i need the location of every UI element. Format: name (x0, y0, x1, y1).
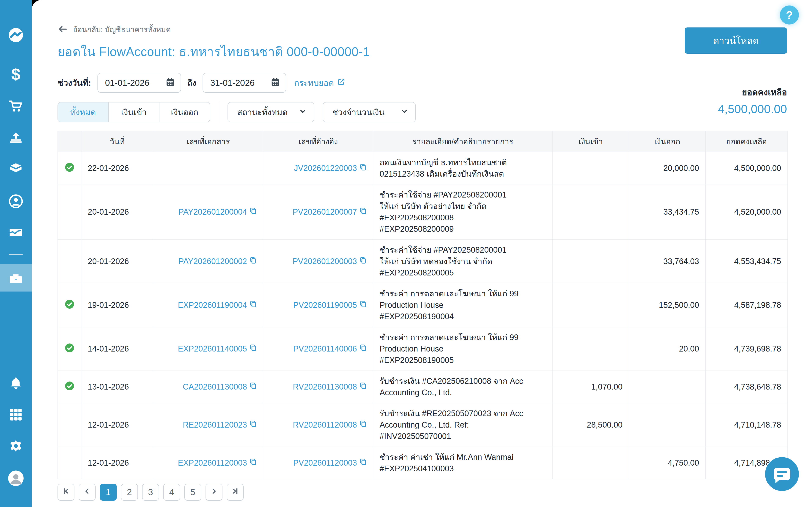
copy-icon[interactable] (359, 207, 367, 217)
copy-icon[interactable] (359, 458, 367, 468)
reconciled-status-cell (58, 327, 82, 371)
copy-icon[interactable] (250, 300, 257, 310)
sidebar-item-sell[interactable]: $ (11, 66, 20, 82)
sidebar-item-money-out[interactable] (8, 130, 24, 147)
copy-icon[interactable] (359, 257, 367, 266)
reference-no-link[interactable]: PV202601190005 (293, 300, 357, 310)
reconcile-link-label: กระทบยอด (294, 76, 334, 89)
money-in-cell (553, 184, 629, 239)
reference-no-link[interactable]: PV202601200007 (293, 208, 357, 217)
money-out-cell (629, 403, 706, 447)
sidebar-item-buy[interactable] (8, 99, 24, 115)
reconciled-status-cell (58, 283, 82, 327)
page-number-button-1[interactable]: 1 (100, 484, 117, 501)
sidebar-item-account[interactable] (7, 470, 24, 488)
copy-icon[interactable] (250, 344, 257, 354)
col-money-in: เงินเข้า (553, 131, 629, 152)
copy-icon[interactable] (250, 458, 257, 468)
money-in-cell (553, 239, 629, 283)
page-number-button-5[interactable]: 5 (185, 484, 201, 501)
col-date: วันที่ (82, 131, 153, 152)
reconcile-link[interactable]: กระทบยอด (294, 76, 345, 89)
chevron-left-icon (83, 487, 91, 498)
money-out-cell (629, 371, 706, 403)
balance-value: 4,500,000.00 (718, 102, 787, 116)
col-money-out: เงินออก (629, 131, 706, 152)
description-cell: ถอนเงินจากบัญชี ธ.ทหารไทยธนชาติ 02151234… (373, 152, 553, 184)
copy-icon[interactable] (250, 257, 257, 266)
amount-range-dropdown-value: ช่วงจำนวนเงิน (333, 106, 385, 119)
page-number-button-2[interactable]: 2 (121, 484, 138, 501)
reference-no-link[interactable]: PV202601200003 (293, 257, 357, 266)
status-dropdown[interactable]: สถานะทั้งหมด (227, 102, 314, 122)
reference-no-link[interactable]: PV202601140006 (293, 344, 357, 353)
back-link-label: ย้อนกลับ: บัญชีธนาคารทั้งหมด (73, 24, 171, 35)
copy-icon[interactable] (359, 344, 367, 354)
date-to-input[interactable]: 31-01-2026 (203, 73, 286, 93)
reference-no-cell: PV202601120003 (263, 447, 373, 479)
sidebar-item-expenses[interactable] (8, 225, 24, 241)
amount-range-dropdown[interactable]: ช่วงจำนวนเงิน (323, 102, 416, 122)
page-first-button[interactable] (57, 484, 74, 501)
reference-no-link[interactable]: RV202601130008 (293, 382, 357, 391)
reference-no-cell: PV202601140006 (263, 327, 373, 371)
page-prev-button[interactable] (79, 484, 96, 501)
document-no-link[interactable]: RE202601120023 (183, 420, 247, 430)
description-cell: ชำระค่า ค่าเช่า ให้แก่ Mr.Ann Wanmai #EX… (373, 447, 553, 479)
reference-no-link[interactable]: JV202601220003 (294, 164, 357, 173)
expense-chart-icon (8, 225, 24, 241)
copy-icon[interactable] (359, 300, 367, 310)
flowaccount-logo-icon (8, 27, 24, 44)
page-number-button-4[interactable]: 4 (163, 484, 180, 501)
check-circle-icon (65, 346, 74, 354)
money-in-cell (553, 447, 629, 479)
sidebar-item-banking[interactable] (8, 271, 24, 287)
sidebar-item-home[interactable] (8, 27, 24, 44)
page-number-button-3[interactable]: 3 (142, 484, 159, 501)
tab-all[interactable]: ทั้งหมด (58, 103, 109, 122)
reference-no-link[interactable]: PV202601120003 (293, 458, 357, 467)
calendar-icon[interactable] (270, 77, 280, 88)
last-page-icon (231, 487, 239, 498)
table-row: 14-01-2026EXP202601140005PV202601140006ช… (58, 327, 788, 371)
page-last-button[interactable] (227, 484, 244, 501)
help-button[interactable]: ? (780, 5, 799, 24)
sidebar-item-contacts[interactable] (8, 193, 24, 210)
balance-summary: ยอดคงเหลือ 4,500,000.00 (718, 86, 787, 116)
calendar-icon[interactable] (165, 77, 175, 88)
pagination: 12345 (57, 484, 787, 501)
date-cell: 20-01-2026 (82, 184, 153, 239)
document-no-link[interactable]: PAY202601200004 (179, 208, 247, 217)
copy-icon[interactable] (359, 382, 367, 392)
sidebar-divider (9, 254, 23, 255)
date-from-input[interactable]: 01-01-2026 (98, 73, 181, 93)
reference-no-link[interactable]: RV202601120008 (293, 420, 357, 430)
tab-money-out[interactable]: เงินออก (159, 103, 210, 122)
document-no-link[interactable]: EXP202601140005 (178, 344, 247, 353)
back-link[interactable]: ย้อนกลับ: บัญชีธนาคารทั้งหมด (57, 0, 787, 35)
date-to-label: ถึง (187, 76, 196, 89)
document-no-link[interactable]: EXP202601120003 (178, 458, 247, 467)
sidebar-item-notifications[interactable] (8, 376, 23, 392)
download-button[interactable]: ดาวน์โหลด (685, 27, 787, 54)
document-no-link[interactable]: PAY202601200002 (179, 257, 247, 266)
sidebar-item-settings[interactable] (8, 439, 23, 454)
money-out-cell: 152,500.00 (629, 283, 706, 327)
description-cell: รับชำระเงิน #CA202506210008 จาก Acc Acco… (373, 371, 553, 403)
tab-money-in[interactable]: เงินเข้า (109, 103, 159, 122)
dollar-icon: $ (11, 66, 20, 82)
sidebar-item-products[interactable] (8, 161, 24, 177)
document-no-link[interactable]: EXP202601190004 (178, 300, 247, 310)
document-no-link[interactable]: CA202601130008 (183, 382, 247, 391)
chat-button[interactable] (765, 457, 799, 491)
table-row: 22-01-2026JV202601220003ถอนเงินจากบัญชี … (58, 152, 788, 184)
page-next-button[interactable] (206, 484, 222, 501)
copy-icon[interactable] (250, 420, 257, 430)
date-cell: 14-01-2026 (82, 327, 153, 371)
sidebar-item-apps[interactable] (8, 407, 23, 423)
copy-icon[interactable] (359, 163, 367, 173)
copy-icon[interactable] (250, 382, 257, 392)
copy-icon[interactable] (250, 207, 257, 217)
money-in-cell (553, 152, 629, 184)
copy-icon[interactable] (359, 420, 367, 430)
